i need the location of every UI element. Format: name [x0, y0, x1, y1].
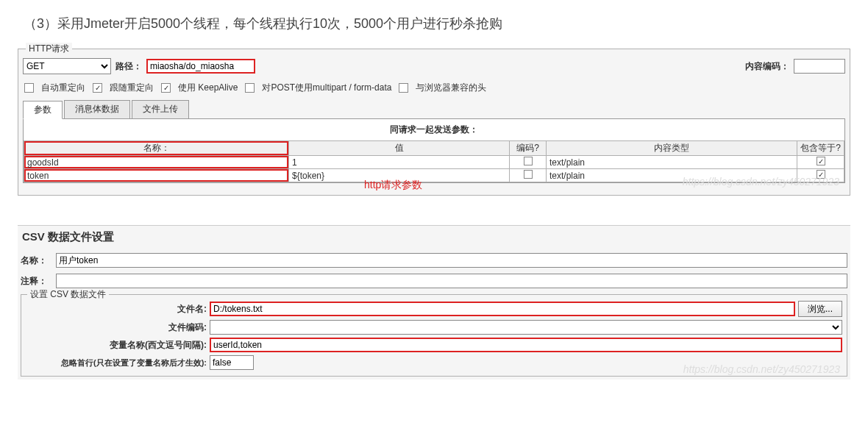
path-input[interactable] — [146, 59, 255, 74]
watermark: https://blog.csdn.net/zy450271923 — [683, 363, 840, 375]
csv-fieldset-legend: 设置 CSV 数据文件 — [27, 288, 109, 301]
path-label: 路径： — [115, 60, 142, 73]
keepalive-checkbox[interactable] — [161, 83, 171, 93]
content-encoding-label: 内容编码： — [745, 60, 789, 73]
ignore-first-label: 忽略首行(只在设置了变量名称后才生效): — [26, 357, 210, 368]
include-checkbox[interactable] — [817, 157, 825, 165]
tab-body[interactable]: 消息体数据 — [64, 100, 130, 118]
follow-redirect-label: 跟随重定向 — [110, 82, 154, 94]
csv-name-input[interactable] — [56, 253, 847, 268]
csv-config-panel: CSV 数据文件设置 名称： 注释： 设置 CSV 数据文件 文件名: 浏览..… — [18, 225, 850, 379]
filename-label: 文件名: — [26, 303, 210, 316]
tab-params[interactable]: 参数 — [23, 101, 63, 119]
varnames-label: 变量名称(西文逗号间隔): — [26, 339, 210, 352]
http-request-panel: HTTP请求 GET 路径： 内容编码： 自动重定向 跟随重定向 使用 Keep… — [18, 49, 850, 196]
multipart-label: 对POST使用multipart / form-data — [262, 82, 391, 94]
fileenc-select[interactable] — [210, 320, 842, 335]
col-value: 值 — [289, 141, 510, 156]
http-method-select[interactable]: GET — [23, 58, 111, 74]
annotation-text: http请求参数 — [364, 179, 422, 192]
encode-checkbox[interactable] — [524, 170, 533, 179]
col-ctype: 内容类型 — [547, 141, 797, 156]
param-name[interactable]: token — [24, 169, 289, 182]
browse-button[interactable]: 浏览... — [798, 301, 842, 317]
ignore-first-input[interactable] — [210, 355, 254, 370]
follow-redirect-checkbox[interactable] — [93, 83, 102, 93]
browser-headers-checkbox[interactable] — [399, 83, 408, 93]
col-include: 包含等于? — [797, 141, 844, 156]
csv-name-label: 名称： — [21, 254, 56, 267]
params-section-head: 同请求一起发送参数： — [24, 119, 844, 140]
watermark: https://blog.csdn.net/zy450271923 — [683, 176, 839, 188]
csv-title: CSV 数据文件设置 — [22, 230, 847, 244]
doc-heading: （3）采用Jmeter开启5000个线程，每个线程执行10次，5000个用户进行… — [24, 15, 850, 32]
panel-title: HTTP请求 — [26, 43, 72, 55]
filename-input[interactable] — [210, 302, 795, 316]
param-ctype[interactable]: text/plain — [547, 156, 797, 169]
fileenc-label: 文件编码: — [26, 321, 210, 334]
param-value[interactable]: 1 — [289, 156, 510, 169]
auto-redirect-label: 自动重定向 — [41, 82, 85, 94]
param-name[interactable]: goodsId — [24, 156, 289, 169]
csv-comment-label: 注释： — [21, 275, 56, 288]
varnames-input[interactable] — [210, 338, 842, 352]
keepalive-label: 使用 KeepAlive — [178, 82, 238, 94]
encode-checkbox[interactable] — [524, 157, 533, 165]
csv-comment-input[interactable] — [56, 274, 847, 288]
multipart-checkbox[interactable] — [245, 83, 255, 93]
content-encoding-input[interactable] — [794, 59, 845, 74]
tab-upload[interactable]: 文件上传 — [132, 100, 189, 118]
auto-redirect-checkbox[interactable] — [24, 83, 34, 93]
col-encode: 编码? — [510, 141, 547, 156]
col-name: 名称： — [24, 141, 289, 156]
table-row[interactable]: goodsId 1 text/plain — [24, 156, 844, 169]
browser-headers-label: 与浏览器兼容的头 — [416, 82, 486, 94]
